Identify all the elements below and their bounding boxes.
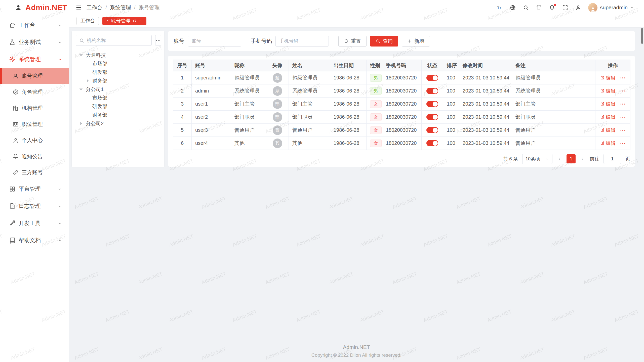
org-more-button[interactable] <box>155 35 161 46</box>
sidebar-item-platform-management[interactable]: 平台管理 <box>0 180 69 198</box>
tree-node-label: 研发部 <box>92 69 107 76</box>
reset-button[interactable]: 重置 <box>338 36 367 47</box>
prev-page-button[interactable] <box>557 156 562 162</box>
status-toggle[interactable] <box>426 75 438 81</box>
sidebar-item-log-management[interactable]: 日志管理 <box>0 198 69 215</box>
tree-node[interactable]: 分公司2 <box>76 119 160 128</box>
tree-node[interactable]: 分公司1 <box>76 85 160 94</box>
status-toggle[interactable] <box>426 127 438 133</box>
status-toggle[interactable] <box>426 140 438 146</box>
page-1-button[interactable]: 1 <box>567 154 576 163</box>
role-icon <box>13 89 19 95</box>
caret-spacer <box>84 95 91 101</box>
edit-button[interactable]: 编辑 <box>600 101 616 107</box>
sidebar-item-dev-tools[interactable]: 开发工具 <box>0 215 69 232</box>
sidebar-item-org-management[interactable]: 机构管理 <box>0 100 69 116</box>
edit-button-label: 编辑 <box>606 114 616 120</box>
cell: 女 <box>367 137 382 150</box>
breadcrumb-item[interactable]: 系统管理 <box>110 4 131 11</box>
edit-button[interactable]: 编辑 <box>600 114 616 120</box>
search-icon[interactable] <box>523 5 529 11</box>
row-more-button[interactable] <box>620 101 626 107</box>
tab-close-icon[interactable] <box>139 19 142 23</box>
sidebar-item-notice-announcement[interactable]: 通知公告 <box>0 148 69 164</box>
profile-icon[interactable] <box>575 5 581 11</box>
fullscreen-icon[interactable] <box>562 5 568 11</box>
cell: 1986-06-28 <box>330 111 367 124</box>
cell: 1 <box>173 71 192 84</box>
goto-page-input[interactable] <box>603 154 621 164</box>
link-icon <box>13 169 19 175</box>
org-search-input[interactable] <box>87 38 148 43</box>
sidebar-item-position-management[interactable]: 职位管理 <box>0 116 69 132</box>
cell <box>422 98 443 111</box>
sidebar-item-role-management[interactable]: 角色管理 <box>0 84 69 100</box>
cell: 女 <box>367 98 382 111</box>
caret-right-icon[interactable] <box>84 77 91 84</box>
column-header: 手机号码 <box>382 60 422 71</box>
sidebar-item-personal-center[interactable]: 个人中心 <box>0 132 69 148</box>
phone-input[interactable] <box>275 36 329 47</box>
next-page-button[interactable] <box>580 156 585 162</box>
tab-refresh-icon[interactable] <box>133 19 136 23</box>
edit-button[interactable]: 编辑 <box>600 127 616 133</box>
status-toggle[interactable] <box>426 114 438 120</box>
row-more-button[interactable] <box>620 88 626 94</box>
language-icon[interactable] <box>510 5 516 11</box>
sidebar-item-business-test[interactable]: 业务测试 <box>0 34 69 51</box>
caret-spacer <box>84 112 91 118</box>
sidebar-item-account-management[interactable]: 账号管理 <box>0 68 69 84</box>
notification-icon[interactable] <box>549 5 555 11</box>
tree-node-label: 财务部 <box>92 77 107 84</box>
menu-toggle-icon[interactable] <box>75 4 82 11</box>
breadcrumb-item[interactable]: 工作台 <box>87 4 102 11</box>
breadcrumb-item[interactable]: 账号管理 <box>139 4 160 11</box>
sidebar-item-system-management[interactable]: 系统管理 <box>0 51 69 68</box>
sidebar-item-workbench[interactable]: 工作台 <box>0 17 69 34</box>
theme-icon[interactable] <box>536 5 542 11</box>
column-header: 操作 <box>595 60 630 71</box>
cell: 100 <box>443 137 459 150</box>
sidebar-item-label: 平台管理 <box>19 185 41 193</box>
search-button[interactable]: 查询 <box>370 36 398 47</box>
font-size-icon[interactable]: Tt <box>497 5 503 11</box>
edit-button[interactable]: 编辑 <box>600 140 616 147</box>
account-management-tab[interactable]: 账号管理 <box>102 17 146 25</box>
row-more-button[interactable] <box>620 140 626 146</box>
user-menu[interactable]: superadmin <box>588 3 634 12</box>
add-button[interactable]: 新增 <box>402 36 430 47</box>
tree-node[interactable]: 财务部 <box>76 111 160 119</box>
column-header: 头像 <box>266 60 289 71</box>
row-more-button[interactable] <box>620 114 626 120</box>
tree-node[interactable]: 市场部 <box>76 59 160 68</box>
search-button-label: 查询 <box>383 38 393 44</box>
row-more-button[interactable] <box>620 127 626 133</box>
tree-node[interactable]: 大名科技 <box>76 51 160 59</box>
edit-button[interactable]: 编辑 <box>600 88 616 94</box>
cell: 5 <box>173 124 192 137</box>
sidebar-item-label: 角色管理 <box>22 88 43 96</box>
status-toggle[interactable] <box>426 88 438 94</box>
caret-right-icon[interactable] <box>78 120 84 127</box>
caret-down-icon[interactable] <box>78 86 84 93</box>
workbench-tab[interactable]: 工作台 <box>76 17 99 25</box>
chevron-left-icon <box>557 156 562 162</box>
scrollbar-thumb[interactable] <box>641 28 643 44</box>
account-input[interactable] <box>188 36 241 47</box>
sidebar-item-help-docs[interactable]: 帮助文档 <box>0 232 69 249</box>
tree-node[interactable]: 研发部 <box>76 102 160 111</box>
caret-down-icon[interactable] <box>78 52 84 58</box>
status-toggle[interactable] <box>426 101 438 107</box>
chevron-down-icon <box>545 157 549 161</box>
gender-badge: 女 <box>370 113 382 121</box>
accounts-table-panel: 序号账号昵称头像姓名出生日期性别手机号码状态排序修改时间备注操作 1supera… <box>168 55 635 167</box>
tree-node[interactable]: 财务部 <box>76 76 160 85</box>
sidebar-item-third-party-account[interactable]: 三方账号 <box>0 164 69 180</box>
page-size-select[interactable]: 10条/页 <box>522 154 552 164</box>
tree-node[interactable]: 市场部 <box>76 94 160 102</box>
tree-node[interactable]: 研发部 <box>76 68 160 76</box>
edit-button[interactable]: 编辑 <box>600 75 616 81</box>
row-more-button[interactable] <box>620 75 626 81</box>
table-header-row: 序号账号昵称头像姓名出生日期性别手机号码状态排序修改时间备注操作 <box>173 60 630 71</box>
phone-label: 手机号码 <box>251 37 272 44</box>
